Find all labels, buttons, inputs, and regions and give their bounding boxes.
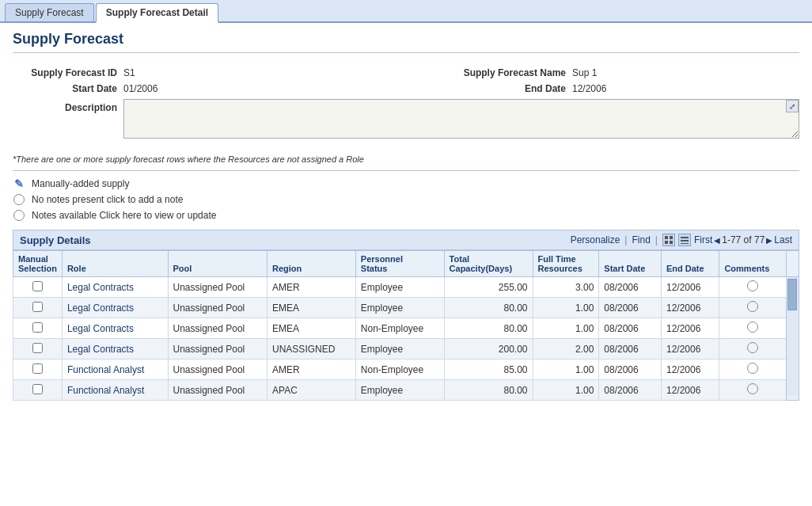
role-link[interactable]: Legal Contracts xyxy=(67,323,134,334)
start-date-value: 01/2006 xyxy=(123,83,461,94)
row-start-date: 08/2006 xyxy=(599,360,662,380)
role-link[interactable]: Functional Analyst xyxy=(67,364,144,375)
col-pool: Pool xyxy=(168,251,268,277)
row-pool: Unassigned Pool xyxy=(168,277,268,298)
row-pool: Unassigned Pool xyxy=(168,298,268,318)
row-checkbox[interactable] xyxy=(32,281,43,291)
role-link[interactable]: Legal Contracts xyxy=(67,302,134,314)
form-section: Supply Forecast ID S1 Supply Forecast Na… xyxy=(13,61,799,150)
expand-icon[interactable] xyxy=(786,100,799,112)
legend-no-notes: No notes present click to add a note xyxy=(13,193,799,206)
legend-section: ✎ Manually-added supply No notes present… xyxy=(13,177,799,222)
row-total-capacity: 255.00 xyxy=(444,277,533,298)
svg-rect-5 xyxy=(681,240,689,242)
role-link[interactable]: Functional Analyst xyxy=(67,385,144,396)
tab-supply-forecast-detail[interactable]: Supply Forecast Detail xyxy=(96,3,218,23)
row-end-date: 12/2006 xyxy=(661,277,719,298)
supply-details-header: Supply Details Personalize | Find | Firs… xyxy=(13,230,799,250)
row-personnel-status: Non-Employee xyxy=(355,318,444,339)
row-personnel-status: Non-Employee xyxy=(355,360,444,380)
row-start-date: 08/2006 xyxy=(599,277,662,298)
last-label[interactable]: Last xyxy=(774,234,792,245)
table-row: Functional AnalystUnassigned PoolAMERNon… xyxy=(13,360,799,380)
col-manual-selection: ManualSelection xyxy=(13,251,63,277)
col-end-date: End Date xyxy=(661,251,719,277)
description-label: Description xyxy=(13,99,123,113)
row-total-capacity: 80.00 xyxy=(444,380,533,401)
legend-manual-text: Manually-added supply xyxy=(32,178,129,189)
comment-icon[interactable] xyxy=(747,280,758,291)
comment-icon[interactable] xyxy=(747,383,758,394)
row-role: Legal Contracts xyxy=(62,318,168,339)
list-view-icon[interactable] xyxy=(678,234,691,246)
scrollbar-col[interactable] xyxy=(787,277,799,401)
row-checkbox[interactable] xyxy=(32,363,43,374)
row-total-capacity: 85.00 xyxy=(444,360,533,380)
table-row: Legal ContractsUnassigned PoolEMEAEmploy… xyxy=(13,298,799,318)
table-row: Legal ContractsUnassigned PoolEMEANon-Em… xyxy=(13,318,799,339)
row-pool: Unassigned Pool xyxy=(168,339,268,360)
description-field[interactable] xyxy=(123,99,799,139)
next-icon[interactable]: ▶ xyxy=(766,236,772,245)
first-label[interactable]: First xyxy=(694,234,712,245)
row-checkbox-cell xyxy=(13,298,63,318)
row-checkbox[interactable] xyxy=(32,384,43,394)
row-end-date: 12/2006 xyxy=(661,380,719,401)
comment-icon[interactable] xyxy=(747,301,758,312)
svg-rect-2 xyxy=(665,241,668,244)
row-role: Legal Contracts xyxy=(62,298,168,318)
tab-supply-forecast[interactable]: Supply Forecast xyxy=(5,3,94,21)
supply-forecast-id-value: S1 xyxy=(123,67,461,78)
row-checkbox-cell xyxy=(13,360,63,380)
grid-view-icon[interactable] xyxy=(662,234,675,246)
row-comments xyxy=(719,318,787,339)
row-full-time-resources: 1.00 xyxy=(533,318,599,339)
legend-notes-available-text: Notes available Click here to view or up… xyxy=(32,210,216,221)
row-end-date: 12/2006 xyxy=(661,318,719,339)
row-checkbox-cell xyxy=(13,339,63,360)
prev-icon[interactable]: ◀ xyxy=(714,236,720,245)
row-checkbox[interactable] xyxy=(32,302,43,312)
row-checkbox[interactable] xyxy=(32,322,43,333)
row-end-date: 12/2006 xyxy=(661,298,719,318)
row-total-capacity: 80.00 xyxy=(444,298,533,318)
row-personnel-status: Employee xyxy=(355,380,444,401)
role-link[interactable]: Legal Contracts xyxy=(67,282,134,293)
row-region: APAC xyxy=(268,380,356,401)
scrollbar-thumb[interactable] xyxy=(787,279,797,310)
row-start-date: 08/2006 xyxy=(599,298,662,318)
personalize-link[interactable]: Personalize xyxy=(571,234,620,245)
find-link[interactable]: Find xyxy=(632,234,650,245)
row-personnel-status: Employee xyxy=(355,298,444,318)
comment-icon[interactable] xyxy=(747,321,758,333)
row-start-date: 08/2006 xyxy=(599,318,662,339)
svg-rect-4 xyxy=(681,237,689,238)
row-pool: Unassigned Pool xyxy=(168,380,268,401)
table-header-row: ManualSelection Role Pool Region Personn… xyxy=(13,251,799,277)
col-region: Region xyxy=(268,251,356,277)
row-region: EMEA xyxy=(268,298,356,318)
end-date-value: 12/2006 xyxy=(572,83,730,94)
svg-rect-3 xyxy=(670,241,673,244)
row-checkbox[interactable] xyxy=(32,343,43,353)
row-comments xyxy=(719,360,787,380)
row-role: Legal Contracts xyxy=(62,277,168,298)
table-row: Functional AnalystUnassigned PoolAPACEmp… xyxy=(13,380,799,401)
row-pool: Unassigned Pool xyxy=(168,360,268,380)
row-checkbox-cell xyxy=(13,318,63,339)
supply-details-controls: Personalize | Find | First ◀ 1-77 of 77 … xyxy=(571,234,792,246)
comment-icon[interactable] xyxy=(747,342,758,353)
svg-rect-6 xyxy=(681,243,689,244)
legend-no-notes-text: No notes present click to add a note xyxy=(32,194,183,205)
row-comments xyxy=(719,339,787,360)
row-role: Legal Contracts xyxy=(62,339,168,360)
comment-icon[interactable] xyxy=(747,363,758,374)
pagination: First ◀ 1-77 of 77 ▶ Last xyxy=(694,234,792,245)
row-region: EMEA xyxy=(268,318,356,339)
svg-rect-0 xyxy=(665,236,668,239)
row-checkbox-cell xyxy=(13,277,63,298)
notes-available-icon xyxy=(13,209,25,222)
role-link[interactable]: Legal Contracts xyxy=(67,344,134,355)
row-checkbox-cell xyxy=(13,380,63,401)
supply-forecast-name-value: Sup 1 xyxy=(572,67,730,78)
